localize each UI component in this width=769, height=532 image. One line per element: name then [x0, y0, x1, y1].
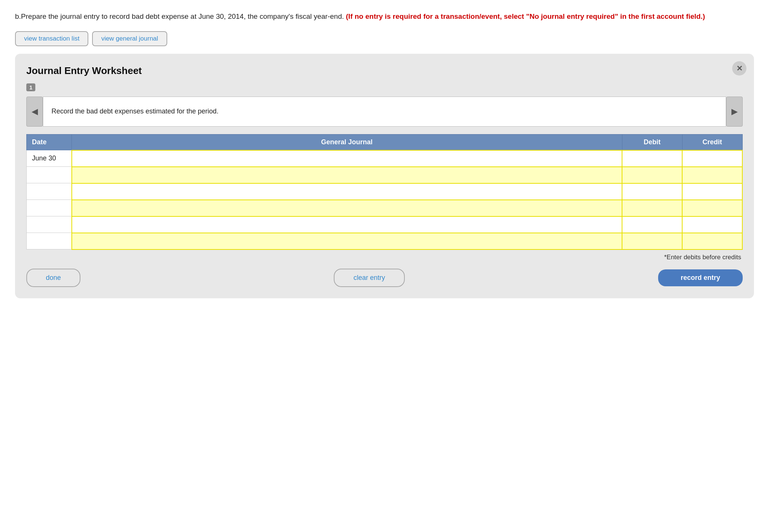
record-entry-button[interactable]: record entry	[658, 269, 743, 286]
debit-input-4[interactable]	[622, 217, 682, 233]
date-cell-3	[27, 200, 72, 216]
journal-cell-0[interactable]	[72, 150, 622, 167]
description-text: Record the bad debt expenses estimated f…	[43, 97, 726, 127]
red-instruction: (If no entry is required for a transacti…	[346, 12, 705, 20]
table-row	[27, 233, 743, 249]
debit-input-1[interactable]	[622, 167, 682, 183]
close-icon: ✕	[736, 64, 743, 73]
date-cell-0: June 30	[27, 150, 72, 167]
table-header-row: Date General Journal Debit Credit	[27, 134, 743, 150]
prev-arrow-icon: ◀	[32, 107, 38, 116]
debit-input-5[interactable]	[622, 233, 682, 249]
journal-table: Date General Journal Debit Credit June 3…	[26, 134, 743, 250]
credit-input-2[interactable]	[683, 184, 742, 200]
debit-cell-4[interactable]	[622, 216, 682, 233]
header-general-journal: General Journal	[72, 134, 622, 150]
credit-input-1[interactable]	[683, 167, 742, 183]
journal-input-2[interactable]	[72, 184, 622, 200]
journal-cell-2[interactable]	[72, 183, 622, 200]
table-row	[27, 216, 743, 233]
journal-input-5[interactable]	[72, 233, 622, 249]
credit-cell-4[interactable]	[682, 216, 742, 233]
table-row	[27, 167, 743, 183]
debit-input-2[interactable]	[622, 184, 682, 200]
credit-input-5[interactable]	[683, 233, 742, 249]
header-debit: Debit	[622, 134, 682, 150]
credit-cell-5[interactable]	[682, 233, 742, 249]
debit-cell-1[interactable]	[622, 167, 682, 183]
main-instruction: b.Prepare the journal entry to record ba…	[15, 12, 344, 20]
prev-arrow-button[interactable]: ◀	[26, 97, 43, 127]
next-arrow-button[interactable]: ▶	[726, 97, 743, 127]
clear-entry-button[interactable]: clear entry	[334, 269, 404, 287]
next-arrow-icon: ▶	[731, 107, 738, 116]
enter-note: *Enter debits before credits	[26, 254, 743, 261]
close-button[interactable]: ✕	[732, 61, 746, 76]
journal-cell-5[interactable]	[72, 233, 622, 249]
credit-input-4[interactable]	[683, 217, 742, 233]
journal-cell-1[interactable]	[72, 167, 622, 183]
journal-input-4[interactable]	[72, 217, 622, 233]
debit-cell-2[interactable]	[622, 183, 682, 200]
credit-cell-0[interactable]	[682, 150, 742, 167]
debit-cell-5[interactable]	[622, 233, 682, 249]
done-button[interactable]: done	[26, 269, 80, 287]
step-badge: 1	[26, 83, 35, 91]
description-row: ◀ Record the bad debt expenses estimated…	[26, 97, 743, 127]
credit-cell-3[interactable]	[682, 200, 742, 216]
top-button-row: view transaction list view general journ…	[15, 31, 754, 46]
date-cell-1	[27, 167, 72, 183]
view-general-journal-button[interactable]: view general journal	[92, 31, 167, 46]
table-row	[27, 183, 743, 200]
credit-input-0[interactable]	[683, 151, 742, 166]
worksheet-title: Journal Entry Worksheet	[26, 65, 743, 77]
date-cell-2	[27, 183, 72, 200]
bottom-actions: done clear entry record entry	[26, 269, 743, 287]
view-transaction-list-button[interactable]: view transaction list	[15, 31, 88, 46]
table-row	[27, 200, 743, 216]
instruction-block: b.Prepare the journal entry to record ba…	[15, 11, 754, 22]
date-cell-4	[27, 216, 72, 233]
debit-input-3[interactable]	[622, 200, 682, 216]
table-row: June 30	[27, 150, 743, 167]
journal-input-1[interactable]	[72, 167, 622, 183]
journal-input-3[interactable]	[72, 200, 622, 216]
header-credit: Credit	[682, 134, 742, 150]
journal-cell-4[interactable]	[72, 216, 622, 233]
debit-cell-3[interactable]	[622, 200, 682, 216]
debit-input-0[interactable]	[622, 151, 682, 166]
credit-cell-1[interactable]	[682, 167, 742, 183]
worksheet-container: ✕ Journal Entry Worksheet 1 ◀ Record the…	[15, 54, 754, 298]
header-date: Date	[27, 134, 72, 150]
journal-input-0[interactable]	[72, 151, 622, 166]
date-cell-5	[27, 233, 72, 249]
credit-cell-2[interactable]	[682, 183, 742, 200]
credit-input-3[interactable]	[683, 200, 742, 216]
debit-cell-0[interactable]	[622, 150, 682, 167]
journal-cell-3[interactable]	[72, 200, 622, 216]
